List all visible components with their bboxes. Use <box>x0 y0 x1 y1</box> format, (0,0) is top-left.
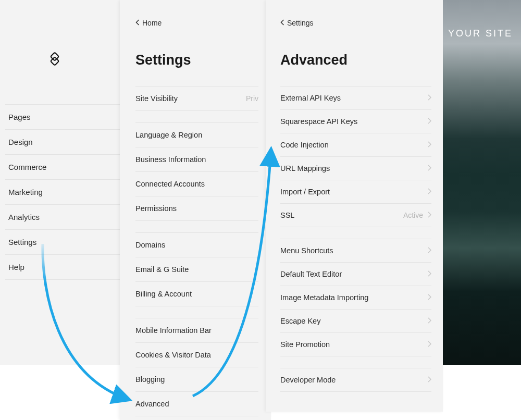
advanced-item-site-promotion[interactable]: Site Promotion <box>280 333 431 356</box>
advanced-item-default-text-editor[interactable]: Default Text Editor <box>280 263 431 286</box>
nav-item-help[interactable]: Help <box>5 255 120 280</box>
chevron-right-icon <box>427 340 431 349</box>
advanced-item-code-injection[interactable]: Code Injection <box>280 133 431 157</box>
back-label: Settings <box>287 19 314 27</box>
settings-list: Site Visibility Priv Language & Region B… <box>135 86 258 416</box>
advanced-title: Advanced <box>280 52 431 68</box>
settings-item-mobile-info-bar[interactable]: Mobile Information Bar <box>135 318 258 343</box>
advanced-panel: Settings Advanced External API Keys Squa… <box>266 0 443 412</box>
chevron-right-icon <box>427 376 431 384</box>
advanced-item-escape-key[interactable]: Escape Key <box>280 310 431 333</box>
nav-item-commerce[interactable]: Commerce <box>5 155 120 180</box>
advanced-item-external-api[interactable]: External API Keys <box>280 86 431 110</box>
chevron-right-icon <box>427 188 431 196</box>
settings-item-connected-accounts[interactable]: Connected Accounts <box>135 172 258 196</box>
chevron-left-icon <box>280 19 285 27</box>
advanced-item-import-export[interactable]: Import / Export <box>280 180 431 204</box>
settings-panel: Home Settings Site Visibility Priv Langu… <box>120 0 271 420</box>
settings-item-email-gsuite[interactable]: Email & G Suite <box>135 257 258 282</box>
chevron-right-icon <box>427 317 431 325</box>
back-to-settings-link[interactable]: Settings <box>280 19 431 27</box>
settings-item-blogging[interactable]: Blogging <box>135 367 258 392</box>
site-preview: YOUR SITE <box>443 0 521 365</box>
squarespace-logo-icon <box>48 52 61 66</box>
settings-item-permissions[interactable]: Permissions <box>135 196 258 221</box>
settings-item-language-region[interactable]: Language & Region <box>135 122 258 147</box>
site-visibility-value: Priv <box>246 94 258 103</box>
advanced-item-image-metadata[interactable]: Image Metadata Importing <box>280 286 431 310</box>
settings-item-domains[interactable]: Domains <box>135 232 258 257</box>
advanced-item-squarespace-api[interactable]: Squarespace API Keys <box>280 110 431 133</box>
settings-item-site-visibility[interactable]: Site Visibility Priv <box>135 86 258 111</box>
chevron-right-icon <box>427 164 431 172</box>
nav-item-marketing[interactable]: Marketing <box>5 180 120 205</box>
chevron-right-icon <box>427 270 431 278</box>
settings-item-advanced[interactable]: Advanced <box>135 392 258 416</box>
advanced-item-developer-mode[interactable]: Developer Mode <box>280 368 431 392</box>
settings-item-billing-account[interactable]: Billing & Account <box>135 282 258 306</box>
advanced-item-menu-shortcuts[interactable]: Menu Shortcuts <box>280 239 431 263</box>
advanced-item-url-mappings[interactable]: URL Mappings <box>280 157 431 180</box>
nav-item-pages[interactable]: Pages <box>5 104 120 130</box>
back-to-home-link[interactable]: Home <box>135 19 258 27</box>
main-nav-panel: Pages Design Commerce Marketing Analytic… <box>0 0 125 365</box>
chevron-left-icon <box>135 19 140 27</box>
chevron-right-icon <box>427 117 431 126</box>
main-nav-list: Pages Design Commerce Marketing Analytic… <box>0 104 125 280</box>
ssl-value: Active <box>403 211 423 219</box>
logo-wrap <box>0 52 125 66</box>
back-label: Home <box>142 19 162 27</box>
chevron-right-icon <box>427 211 431 219</box>
nav-item-analytics[interactable]: Analytics <box>5 205 120 230</box>
chevron-right-icon <box>427 293 431 302</box>
settings-title: Settings <box>135 52 258 68</box>
chevron-right-icon <box>427 141 431 149</box>
settings-item-cookies-visitor[interactable]: Cookies & Visitor Data <box>135 343 258 367</box>
chevron-right-icon <box>427 94 431 102</box>
preview-title: YOUR SITE <box>448 28 521 39</box>
nav-item-settings[interactable]: Settings <box>5 230 120 255</box>
settings-item-business-information[interactable]: Business Information <box>135 147 258 172</box>
advanced-list: External API Keys Squarespace API Keys C… <box>280 86 431 392</box>
advanced-item-ssl[interactable]: SSL Active <box>280 204 431 227</box>
chevron-right-icon <box>427 246 431 255</box>
nav-item-design[interactable]: Design <box>5 130 120 155</box>
